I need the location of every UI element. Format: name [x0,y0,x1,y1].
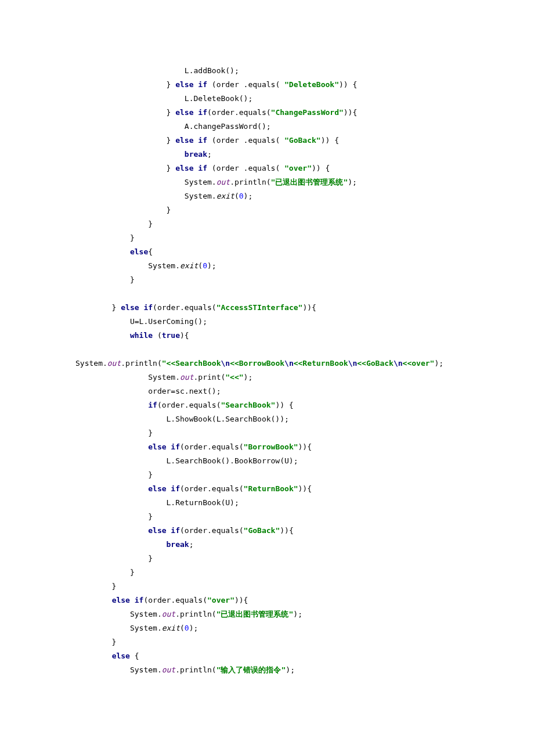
code-line: } [75,429,153,437]
code-line: order=sc.next(); [75,387,221,395]
code-line: } [75,219,153,228]
code-line: } [75,512,153,521]
code-line: } else if(order.equals("AccessSTInterfac… [75,303,316,312]
code-line: else if(order.equals("BorrowBook")){ [75,442,312,451]
code-line: break; [75,150,212,159]
code-line: System.out.println("<<SearchBook\n<<Borr… [75,359,443,368]
code-line: break; [75,540,194,549]
code-line: } [75,554,153,563]
code-line: A.changePassWord(); [75,122,271,131]
code-line: U=L.UserComing(); [75,317,207,326]
code-line: L.addBook(); [75,66,239,75]
code-line: else if(order.equals("ReturnBook")){ [75,484,312,493]
code-line: L.SearchBook().BookBorrow(U); [75,456,298,465]
code-line: } [75,275,135,284]
code-line: else if(order.equals("over")){ [75,596,248,604]
code-line: System.out.print("<<"); [75,373,252,381]
code-line: } [75,206,171,214]
code-line: while (true){ [75,331,189,340]
code-line: else{ [75,247,153,256]
code-line: System.out.println("已退出图书管理系统"); [75,178,357,186]
code-line: } else if (order .equals( "DeleteBook"))… [75,80,357,89]
code-line: } [75,470,153,479]
code-line: System.out.println("已退出图书管理系统"); [75,610,302,618]
code-line: L.DeleteBook(); [75,94,252,103]
code-line: System.out.println("输入了错误的指令"); [75,665,295,674]
code-line: } else if(order.equals("ChangePassWord")… [75,108,357,117]
code-line: else if(order.equals("GoBack")){ [75,526,294,535]
code-line: } [75,568,135,577]
code-line: if(order.equals("SearchBook")) { [75,401,294,409]
code-line: L.ShowBook(L.SearchBook()); [75,415,289,423]
code-line: } [75,638,116,646]
code-line: } [75,582,116,591]
code-line: System.exit(0); [75,624,198,632]
code-line: System.exit(0); [75,192,252,200]
code-line: } else if (order .equals( "over")) { [75,164,330,172]
code-line: L.ReturnBook(U); [75,498,239,507]
code-line: } [75,233,135,242]
code-line: } else if (order .equals( "GoBack")) { [75,136,339,145]
code-page: L.addBook(); } else if (order .equals( "… [0,0,534,741]
code-line: else { [75,651,139,660]
code-line: System.exit(0); [75,261,217,270]
